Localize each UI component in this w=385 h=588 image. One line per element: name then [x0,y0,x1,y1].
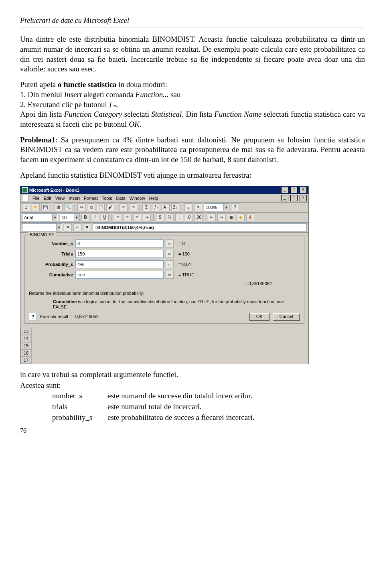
name-box[interactable] [22,223,62,231]
help-icon[interactable]: ? [29,313,37,321]
menu-help[interactable]: Help [149,196,158,201]
fx-icon[interactable]: ƒₓ [152,203,160,211]
sort-asc-icon[interactable]: A↓ [162,203,170,211]
borders-icon[interactable]: ▦ [227,213,235,221]
cut-icon[interactable]: ✂ [77,203,85,211]
doc-window-buttons: _ □ × [280,195,307,201]
window-buttons: _ □ × [280,187,307,193]
row-header[interactable]: 14 [20,335,32,342]
arg-input-cumulative[interactable]: true [75,271,164,279]
zoom-combo[interactable]: 100% [204,203,229,211]
drawing-icon[interactable]: ✎ [194,203,202,211]
sort-desc-icon[interactable]: Z↓ [171,203,179,211]
arg-row-cumulative: Cumulative true ▭ = TRUE [29,271,300,279]
sheet-area: H I J K L BINOMDIST Number_s 8 ▭ = 8 [20,233,308,364]
align-right-icon[interactable]: ≡ [133,213,141,221]
menu-file[interactable]: File [32,196,40,201]
inc-decimal-icon[interactable]: .0 [185,213,193,221]
merge-icon[interactable]: ⇥ [143,213,151,221]
def-row: probability_s este probabilitatea de suc… [52,413,365,423]
argument-description: Cumulative is a logical value: for the c… [29,299,300,310]
text: selectati [122,110,151,118]
save-icon[interactable]: 💾 [41,203,49,211]
comma-icon[interactable]: , [175,213,183,221]
collapse-dialog-icon[interactable]: ▭ [166,260,174,268]
collapse-dialog-icon[interactable]: ▭ [166,271,174,279]
edit-formula-icon[interactable]: = [83,223,91,231]
arg-result: = 0,04 [178,262,191,267]
fontsize-combo[interactable]: 10 [60,213,80,221]
align-center-icon[interactable]: ≡ [124,213,132,221]
underline-icon[interactable]: U [101,213,109,221]
italic-icon[interactable]: I [91,213,99,221]
menu-tools[interactable]: Tools [102,196,112,201]
paragraph-problema1: Problema1: Sa presupunem ca 4% dintre ba… [20,135,365,165]
row-header[interactable]: 13 [20,328,32,335]
arg-row-trials: Trials 150 ▭ = 150 [29,250,300,258]
autosum-icon[interactable]: Σ [142,203,150,211]
undo-icon[interactable]: ↶ [120,203,128,211]
accept-formula-icon[interactable]: ✓ [73,223,81,231]
fill-color-icon[interactable]: ◆ [237,213,245,221]
dialog-bottom-bar: ? Formula result = 0,85149052 OK Cancel [29,313,300,321]
arg-label: Probability_s [29,262,73,267]
chart-icon[interactable]: 📊 [184,203,192,211]
font-combo[interactable]: Arial [22,213,58,221]
row-header[interactable]: 15 [20,342,32,349]
def-term: trials [52,402,100,412]
print-icon[interactable]: 🖶 [55,203,63,211]
arg-result: = TRUE [178,272,194,278]
formula-bar: ✕ ✓ = =BINOMDIST(8;150;4%;true) [20,223,308,233]
text-italic: Statistical [151,110,182,118]
menu-view[interactable]: View [55,196,65,201]
collapse-dialog-icon[interactable]: ▭ [166,239,174,247]
ok-button[interactable]: OK [249,313,270,320]
window-title: Microsoft Excel - Book1 [29,188,79,193]
menu-edit[interactable]: Edit [44,196,51,201]
currency-icon[interactable]: $ [156,213,164,221]
doc-minimize-button[interactable]: _ [281,195,288,201]
dec-decimal-icon[interactable]: .00 [195,213,203,221]
def-row: number_s este numarul de succese din tot… [52,391,365,401]
preview-icon[interactable]: 🔍 [64,203,72,211]
formula-result-label: Formula result = [40,314,72,319]
doc-maximize-button[interactable]: □ [290,195,298,201]
arg-input-probability-s[interactable]: 4% [75,260,164,268]
format-painter-icon[interactable]: 🖌 [106,203,114,211]
text: . Din lista [182,110,214,118]
paste-icon[interactable]: 📋 [97,203,105,211]
font-color-icon[interactable]: A [246,213,254,221]
row-header[interactable]: 17 [20,357,32,364]
def-row: trials este numarul total de incercari. [52,402,365,412]
align-left-icon[interactable]: ≡ [114,213,122,221]
minimize-button[interactable]: _ [281,187,288,193]
arg-result: = 150 [178,251,190,257]
arg-input-trials[interactable]: 150 [75,250,164,258]
menu-data[interactable]: Data [116,196,125,201]
menu-insert[interactable]: Insert [69,196,80,201]
new-icon[interactable]: 🗋 [22,203,30,211]
excel-screenshot: Microsoft Excel - Book1 _ □ × File Edit … [20,186,309,364]
inc-indent-icon[interactable]: ⇥ [217,213,225,221]
bold-icon[interactable]: B [81,213,89,221]
maximize-button[interactable]: □ [290,187,298,193]
collapse-dialog-icon[interactable]: ▭ [166,250,174,258]
text-bold: Problema1 [20,136,55,144]
dec-indent-icon[interactable]: ⇤ [208,213,216,221]
def-desc: este numarul total de incercari. [107,402,202,412]
menu-window[interactable]: Window [130,196,145,201]
arg-input-number-s[interactable]: 8 [75,239,164,247]
menu-format[interactable]: Format [84,196,98,201]
cancel-button[interactable]: Cancel [273,313,300,320]
copy-icon[interactable]: ⧉ [87,203,95,211]
formula-input[interactable]: =BINOMDIST(8;150;4%;true) [93,223,307,231]
open-icon[interactable]: 📂 [32,203,40,211]
percent-icon[interactable]: % [166,213,174,221]
help-icon[interactable]: ? [231,203,239,211]
doc-close-button[interactable]: × [300,195,307,201]
close-button[interactable]: × [300,187,307,193]
cancel-formula-icon[interactable]: ✕ [64,223,72,231]
list-item-2: 2. Executand clic pe butonul ƒₓ. [20,100,118,109]
redo-icon[interactable]: ↷ [129,203,137,211]
row-header[interactable]: 16 [20,349,32,357]
